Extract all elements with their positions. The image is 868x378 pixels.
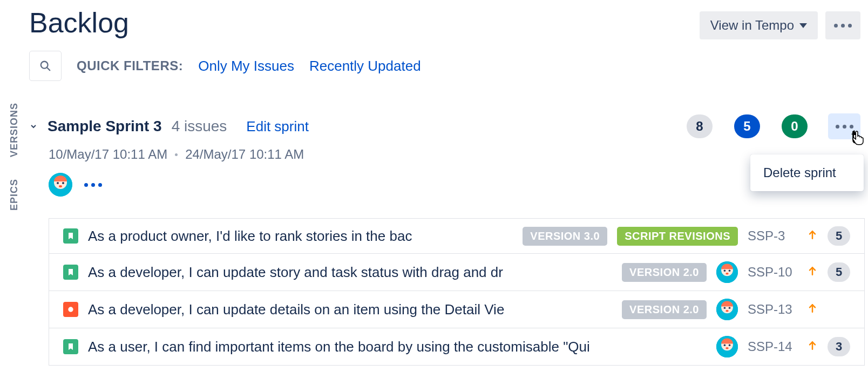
priority-high-icon	[807, 339, 818, 354]
version-lozenge: VERSION 3.0	[523, 227, 607, 246]
svg-point-23	[724, 344, 726, 346]
view-in-tempo-label: View in Tempo	[710, 18, 794, 33]
search-icon	[39, 60, 51, 72]
sprint-name: Sample Sprint 3	[48, 118, 162, 135]
issue-summary: As a product owner, I'd like to rank sto…	[88, 228, 513, 245]
issue-key: SSP-14	[748, 339, 797, 354]
filter-recently-updated[interactable]: Recently Updated	[309, 58, 421, 75]
story-icon	[63, 339, 78, 354]
badge-inprogress: 5	[734, 114, 760, 138]
side-tab-versions[interactable]: Versions	[9, 103, 20, 157]
svg-point-25	[725, 347, 728, 349]
svg-line-1	[47, 68, 50, 71]
page-header: Backlog View in Tempo	[29, 6, 865, 44]
estimate-badge: 5	[828, 262, 850, 282]
view-in-tempo-button[interactable]: View in Tempo	[700, 11, 818, 39]
issue-row[interactable]: As a developer, I can update story and t…	[49, 254, 864, 291]
version-lozenge: VERSION 2.0	[622, 263, 707, 282]
search-button[interactable]	[29, 51, 62, 81]
edit-sprint-link[interactable]: Edit sprint	[246, 118, 309, 135]
svg-point-24	[729, 344, 731, 346]
svg-point-12	[725, 273, 728, 275]
issue-row[interactable]: As a developer, I can update details on …	[49, 291, 864, 328]
quick-filters-label: QUICK FILTERS:	[77, 58, 183, 73]
epic-lozenge: SCRIPT REVISIONS	[617, 227, 738, 246]
badge-done: 0	[782, 114, 808, 138]
sprint-issue-count: 4 issues	[172, 118, 227, 135]
ellipsis-icon	[834, 24, 852, 28]
estimate-badge: 3	[828, 337, 850, 356]
version-lozenge: VERSION 2.0	[622, 300, 707, 319]
sprint-header: Sample Sprint 3 4 issues Edit sprint 8 5…	[29, 113, 865, 139]
svg-point-11	[729, 269, 731, 272]
assignees-more-icon[interactable]	[84, 183, 102, 187]
page-more-button[interactable]	[825, 11, 860, 39]
issue-key: SSP-13	[748, 302, 797, 317]
svg-point-6	[59, 185, 62, 187]
sprint-dates: 10/May/17 10:11 AM 24/May/17 10:11 AM	[49, 147, 865, 162]
priority-high-icon	[807, 302, 818, 317]
sprint-end-date: 24/May/17 10:11 AM	[185, 147, 304, 162]
sprint-more-button[interactable]	[828, 113, 860, 139]
bug-icon	[63, 302, 78, 317]
menu-item-delete-sprint[interactable]: Delete sprint	[750, 160, 864, 186]
svg-point-5	[62, 182, 64, 184]
svg-point-17	[724, 307, 726, 309]
issue-summary: As a developer, I can update story and t…	[88, 264, 612, 281]
side-tab-epics[interactable]: Epics	[9, 179, 20, 211]
svg-point-18	[729, 307, 731, 309]
avatar[interactable]	[49, 173, 72, 197]
pointer-cursor-icon	[850, 130, 866, 147]
issue-key: SSP-3	[748, 228, 797, 244]
issue-summary: As a user, I can find important items on…	[88, 339, 707, 355]
priority-high-icon	[807, 228, 818, 244]
priority-high-icon	[807, 265, 818, 280]
issue-row[interactable]: As a user, I can find important items on…	[49, 328, 864, 365]
svg-point-14	[68, 307, 73, 312]
svg-point-19	[725, 310, 728, 312]
assignee-avatar	[716, 336, 738, 357]
caret-down-icon	[799, 23, 807, 28]
page-title: Backlog	[29, 6, 129, 39]
estimate-badge: 5	[828, 226, 850, 246]
assignee-avatar	[716, 261, 738, 283]
issue-row[interactable]: As a product owner, I'd like to rank sto…	[49, 219, 864, 254]
quick-filters-row: QUICK FILTERS: Only My Issues Recently U…	[29, 51, 865, 81]
sprint-assignees	[49, 173, 865, 197]
sprint-menu-popover: Delete sprint	[750, 154, 864, 191]
issue-list: As a product owner, I'd like to rank sto…	[49, 218, 865, 366]
assignee-avatar	[716, 299, 738, 320]
story-icon	[63, 228, 78, 244]
svg-point-10	[724, 269, 726, 272]
chevron-down-icon[interactable]	[29, 122, 38, 131]
story-icon	[63, 265, 78, 280]
issue-key: SSP-10	[748, 265, 797, 280]
ellipsis-icon	[836, 125, 853, 129]
sprint-start-date: 10/May/17 10:11 AM	[49, 147, 167, 162]
issue-summary: As a developer, I can update details on …	[88, 301, 612, 318]
badge-todo: 8	[687, 114, 713, 138]
dot-separator-icon	[175, 153, 178, 156]
svg-point-4	[57, 182, 59, 184]
filter-only-my-issues[interactable]: Only My Issues	[198, 58, 294, 75]
